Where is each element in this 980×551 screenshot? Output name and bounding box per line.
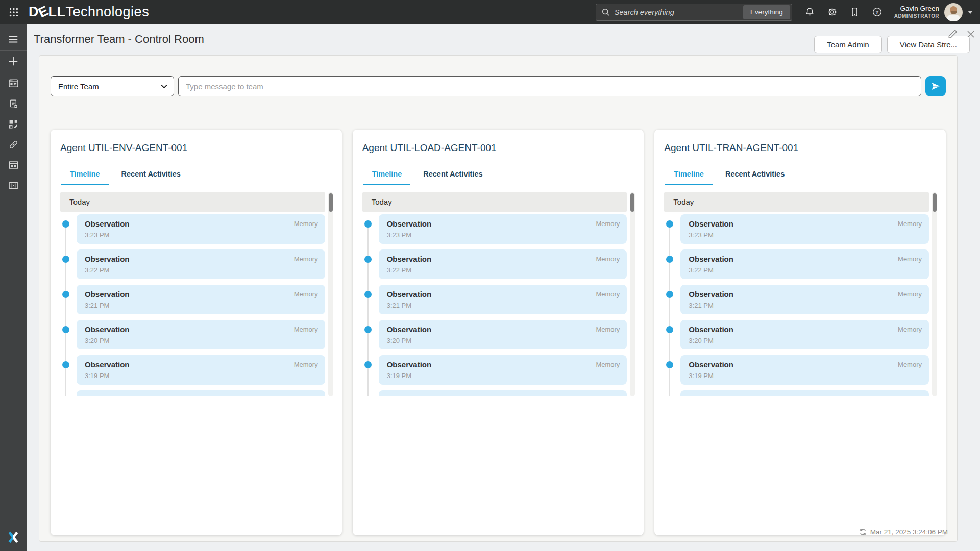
agent-cards: Agent UTIL-ENV-AGENT-001 Timeline Recent… bbox=[39, 130, 957, 535]
send-message-button[interactable] bbox=[925, 76, 946, 96]
timeline-dot-icon bbox=[666, 291, 673, 298]
refresh-icon[interactable] bbox=[859, 528, 867, 536]
sidebar bbox=[0, 24, 27, 551]
sidebar-device-pools-button[interactable] bbox=[0, 155, 27, 175]
timeline-event[interactable]: Observation Memory 3:23 PM bbox=[362, 214, 627, 244]
device-button[interactable] bbox=[848, 6, 862, 19]
message-composer: Entire Team bbox=[39, 56, 957, 96]
event-badge: Memory bbox=[294, 361, 318, 368]
timeline-dot-icon bbox=[62, 220, 69, 228]
event-time: 3:20 PM bbox=[85, 337, 109, 344]
event-badge: Memory bbox=[294, 290, 318, 298]
timeline-event[interactable]: Observation Memory 3:19 PM bbox=[664, 355, 929, 385]
plus-icon bbox=[8, 56, 19, 67]
user-name: Gavin Green bbox=[894, 5, 939, 13]
sidebar-variables-button[interactable] bbox=[0, 175, 27, 195]
tab-recent-activities[interactable]: Recent Activities bbox=[113, 165, 189, 185]
event-badge: Memory bbox=[898, 290, 922, 298]
sidebar-menu-button[interactable] bbox=[0, 29, 27, 49]
event-card: Observation Memory 3:21 PM bbox=[680, 285, 929, 314]
timeline-event[interactable]: Observation Memory 3:20 PM bbox=[60, 320, 325, 349]
agent-card: Agent UTIL-LOAD-AGENT-001 Timeline Recen… bbox=[353, 130, 644, 535]
link-icon bbox=[8, 139, 19, 150]
timeline-event[interactable]: Observation Memory 3:23 PM bbox=[664, 214, 929, 244]
timeline-dot-icon bbox=[62, 291, 69, 298]
timeline-group-header: Today bbox=[60, 192, 325, 212]
sidebar-dashboard-button[interactable] bbox=[0, 114, 27, 134]
scrollbar-thumb[interactable] bbox=[933, 193, 937, 212]
search-input[interactable] bbox=[615, 8, 742, 16]
timeline-event[interactable]: Observation Memory 3:23 PM bbox=[60, 214, 325, 244]
settings-button[interactable] bbox=[826, 6, 839, 19]
timeline-scrollbar[interactable] bbox=[932, 192, 937, 396]
event-badge: Memory bbox=[596, 220, 620, 228]
team-admin-button[interactable]: Team Admin bbox=[814, 36, 882, 53]
event-time: 3:23 PM bbox=[689, 231, 713, 239]
event-badge: Memory bbox=[898, 220, 922, 228]
agent-card-title: Agent UTIL-TRAN-AGENT-001 bbox=[664, 142, 936, 154]
timeline-scrollbar[interactable] bbox=[630, 192, 635, 396]
event-title: Observation bbox=[387, 219, 432, 228]
agent-tabs: Timeline Recent Activities bbox=[51, 165, 342, 185]
timeline-dot-icon bbox=[364, 361, 372, 368]
timeline-event[interactable]: Observation Memory 3:22 PM bbox=[664, 249, 929, 279]
tab-timeline[interactable]: Timeline bbox=[363, 165, 411, 185]
event-badge: Memory bbox=[596, 255, 620, 263]
sidebar-create-button[interactable] bbox=[0, 51, 27, 71]
timeline-event[interactable]: Observation Memory 3:20 PM bbox=[362, 320, 627, 349]
timeline-dot-icon bbox=[666, 256, 673, 263]
timeline-event[interactable]: Observation Memory 3:22 PM bbox=[60, 249, 325, 279]
event-card: Observation Memory 3:19 PM bbox=[379, 355, 627, 385]
event-title: Observation bbox=[85, 255, 130, 263]
scrollbar-thumb[interactable] bbox=[630, 193, 634, 212]
event-title: Observation bbox=[387, 290, 432, 298]
event-title: Observation bbox=[85, 325, 130, 334]
team-select[interactable]: Entire Team bbox=[51, 76, 174, 96]
user-menu[interactable]: Gavin Green ADMINISTRATOR bbox=[894, 3, 973, 21]
tab-recent-activities[interactable]: Recent Activities bbox=[414, 165, 491, 185]
timeline-scrollbar[interactable] bbox=[328, 192, 333, 396]
event-title: Observation bbox=[85, 290, 130, 298]
timeline-event[interactable]: Observation Memory 3:22 PM bbox=[362, 249, 627, 279]
event-time: 3:22 PM bbox=[85, 266, 109, 274]
sidebar-control-room-button[interactable] bbox=[0, 73, 27, 93]
activity-history-icon bbox=[8, 98, 19, 109]
edit-button[interactable] bbox=[947, 28, 959, 41]
agent-card-title: Agent UTIL-LOAD-AGENT-001 bbox=[362, 142, 634, 154]
dashboard-widgets-icon bbox=[8, 119, 19, 130]
timeline-events: Observation Memory 3:23 PM Observation bbox=[664, 214, 937, 385]
user-role: ADMINISTRATOR bbox=[894, 13, 939, 20]
timeline-dot-icon bbox=[666, 326, 673, 333]
app-launcher-button[interactable] bbox=[6, 5, 21, 20]
timeline-group-header: Today bbox=[362, 192, 627, 212]
help-button[interactable]: ? bbox=[871, 6, 884, 19]
timeline-event[interactable]: Observation Memory 3:21 PM bbox=[60, 285, 325, 314]
close-button[interactable] bbox=[966, 29, 976, 41]
agent-card: Agent UTIL-TRAN-AGENT-001 Timeline Recen… bbox=[654, 130, 946, 535]
timeline-list: Today Observation Memory bbox=[664, 192, 937, 396]
team-message-input[interactable] bbox=[178, 76, 921, 96]
gear-icon bbox=[827, 7, 838, 17]
notifications-button[interactable] bbox=[803, 6, 817, 19]
search-scope-button[interactable]: Everything bbox=[743, 5, 790, 19]
sidebar-activity-button[interactable] bbox=[0, 93, 27, 114]
timeline-event[interactable]: Observation Memory 3:21 PM bbox=[362, 285, 627, 314]
scrollbar-thumb[interactable] bbox=[329, 193, 333, 212]
timeline-event[interactable]: Observation Memory 3:21 PM bbox=[664, 285, 929, 314]
tab-timeline[interactable]: Timeline bbox=[665, 165, 713, 185]
timeline-event[interactable]: Observation Memory 3:19 PM bbox=[362, 355, 627, 385]
tab-recent-activities[interactable]: Recent Activities bbox=[717, 165, 793, 185]
sidebar-connections-button[interactable] bbox=[0, 134, 27, 155]
tab-timeline[interactable]: Timeline bbox=[61, 165, 109, 185]
event-badge: Memory bbox=[294, 255, 318, 263]
timeline-event[interactable]: Observation Memory 3:19 PM bbox=[60, 355, 325, 385]
event-card: Observation Memory 3:22 PM bbox=[77, 249, 325, 279]
avatar bbox=[944, 3, 963, 21]
help-icon: ? bbox=[872, 7, 883, 17]
event-card: Observation Memory 3:23 PM bbox=[77, 214, 325, 244]
control-room-icon bbox=[8, 78, 19, 89]
event-time: 3:20 PM bbox=[387, 337, 411, 344]
event-card: Observation Memory 3:20 PM bbox=[77, 320, 325, 349]
timeline-event[interactable]: Observation Memory 3:20 PM bbox=[664, 320, 929, 349]
event-card: Observation Memory 3:20 PM bbox=[680, 320, 929, 349]
